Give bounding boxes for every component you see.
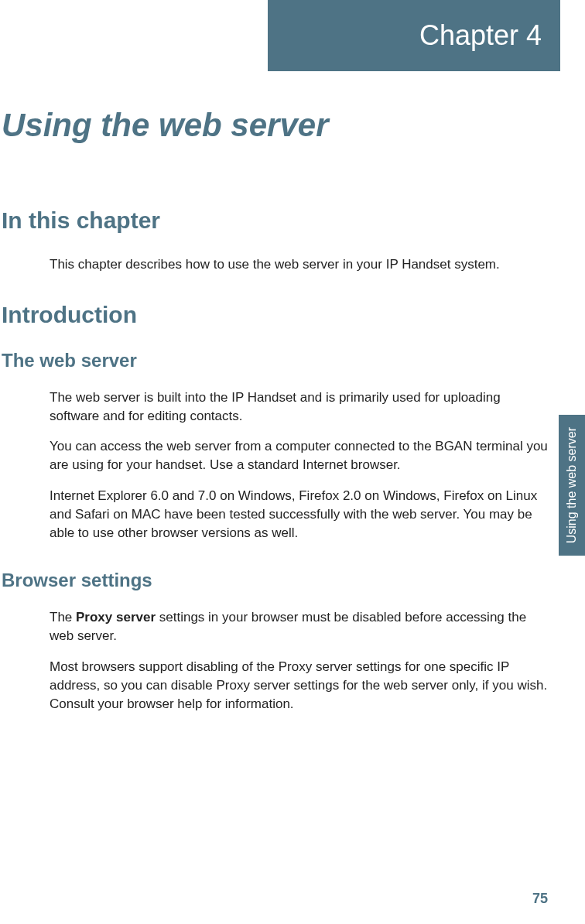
- content-area: In this chapter This chapter describes h…: [2, 207, 548, 741]
- paragraph: Most browsers support disabling of the P…: [50, 658, 548, 713]
- chapter-banner: Chapter 4: [268, 0, 560, 71]
- section-web-server: The web server The web server is built i…: [2, 350, 548, 542]
- paragraph: Internet Explorer 6.0 and 7.0 on Windows…: [50, 487, 548, 542]
- section-in-this-chapter: In this chapter This chapter describes h…: [2, 207, 548, 274]
- paragraph: The web server is built into the IP Hand…: [50, 388, 548, 426]
- paragraph: You can access the web server from a com…: [50, 437, 548, 474]
- paragraph-proxy: The Proxy server settings in your browse…: [50, 608, 548, 645]
- heading-browser-settings: Browser settings: [2, 570, 548, 591]
- page-title: Using the web server: [2, 107, 328, 144]
- paragraph: This chapter describes how to use the we…: [50, 255, 548, 274]
- chapter-label: Chapter 4: [419, 19, 542, 52]
- heading-web-server: The web server: [2, 350, 548, 371]
- section-browser-settings: Browser settings The Proxy server settin…: [2, 570, 548, 713]
- side-tab-text: Using the web server: [565, 427, 579, 543]
- heading-in-this-chapter: In this chapter: [2, 207, 548, 234]
- side-tab: Using the web server: [559, 415, 585, 556]
- text-prefix: The: [50, 610, 76, 625]
- section-introduction: Introduction: [2, 302, 548, 328]
- page-number: 75: [532, 891, 548, 907]
- text-bold-proxy: Proxy server: [76, 610, 156, 625]
- heading-introduction: Introduction: [2, 302, 548, 328]
